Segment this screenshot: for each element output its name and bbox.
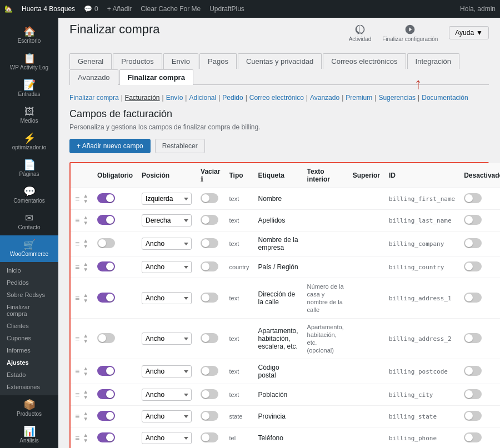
sort-down-0[interactable]: ▼: [83, 199, 88, 204]
posicion-select-3[interactable]: IzquierdaDerechaAncho: [142, 261, 192, 273]
subnav-envio[interactable]: Envío: [166, 94, 183, 102]
sidebar-item-entradas[interactable]: 📝 Entradas: [0, 75, 58, 102]
sort-down-6[interactable]: ▼: [83, 371, 88, 377]
obligatorio-toggle-5[interactable]: [97, 333, 115, 343]
obligatorio-toggle-0[interactable]: [97, 193, 115, 203]
tab-correos[interactable]: Correos electrónicos: [323, 53, 406, 69]
desactivado-toggle-2[interactable]: [464, 238, 482, 248]
add-field-button[interactable]: + Añadir nuevo campo: [69, 139, 151, 153]
sidebar-item-contacto[interactable]: ✉ Contacto: [0, 209, 58, 235]
obligatorio-toggle-1[interactable]: [97, 215, 115, 225]
activity-button[interactable]: Actividad: [349, 24, 372, 42]
tab-productos[interactable]: Productos: [113, 53, 162, 69]
sort-down-7[interactable]: ▼: [83, 395, 88, 400]
submenu-pedidos[interactable]: Pedidos: [0, 276, 58, 289]
submenu-clientes[interactable]: Clientes: [0, 320, 58, 332]
subnav-premium[interactable]: Premium: [346, 94, 372, 102]
sort-down-8[interactable]: ▼: [83, 416, 88, 422]
posicion-select-0[interactable]: IzquierdaDerechaAncho: [142, 193, 192, 205]
vaciar-toggle-5[interactable]: [201, 333, 218, 343]
sort-down-5[interactable]: ▼: [83, 339, 88, 344]
site-icon[interactable]: 🏡: [4, 5, 13, 13]
drag-handle[interactable]: ≡: [75, 194, 79, 203]
vaciar-toggle-6[interactable]: [201, 366, 218, 376]
submenu-cupones[interactable]: Cupones: [0, 332, 58, 344]
subnav-avanzado[interactable]: Avanzado: [310, 94, 339, 102]
sidebar-item-optimizador[interactable]: ⚡ optimizador.io: [0, 129, 58, 155]
obligatorio-toggle-4[interactable]: [97, 293, 115, 303]
submenu-extensiones[interactable]: Extensiones: [0, 381, 58, 393]
clear-cache-button[interactable]: Clear Cache For Me: [141, 5, 201, 13]
desactivado-toggle-0[interactable]: [464, 193, 482, 203]
vaciar-toggle-1[interactable]: [201, 215, 218, 225]
obligatorio-toggle-6[interactable]: [97, 366, 115, 376]
posicion-select-2[interactable]: IzquierdaDerechaAncho: [142, 238, 192, 250]
drag-handle[interactable]: ≡: [75, 334, 79, 343]
vaciar-toggle-0[interactable]: [201, 193, 218, 203]
desactivado-toggle-5[interactable]: [464, 333, 482, 343]
sidebar-item-comentarios[interactable]: 💬 Comentarios: [0, 182, 58, 209]
sidebar-item-activity-log[interactable]: 📋 WP Activity Log: [0, 49, 58, 75]
tab-general[interactable]: General: [69, 53, 112, 69]
subnav-sugerencias[interactable]: Sugerencias: [378, 94, 416, 102]
subnav-documentacion[interactable]: Documentación: [422, 94, 468, 102]
drag-handle[interactable]: ≡: [75, 216, 79, 225]
vaciar-toggle-7[interactable]: [201, 389, 218, 399]
drag-handle[interactable]: ≡: [75, 390, 79, 399]
comments-count[interactable]: 💬 0: [84, 5, 98, 13]
sidebar-item-paginas[interactable]: 📄 Páginas: [0, 155, 58, 182]
submenu-ajustes[interactable]: Ajustes: [0, 356, 58, 369]
posicion-select-7[interactable]: IzquierdaDerechaAncho: [142, 389, 192, 401]
subnav-facturacion[interactable]: Facturación: [125, 94, 160, 102]
sidebar-item-escritorio[interactable]: 🏠 Escritorio: [0, 22, 58, 49]
submenu-inicio[interactable]: Inicio: [0, 264, 58, 276]
sort-down-1[interactable]: ▼: [83, 220, 88, 226]
submenu-informes[interactable]: Informes: [0, 344, 58, 356]
desactivado-toggle-4[interactable]: [464, 293, 482, 303]
submenu-sobre-redsys[interactable]: Sobre Redsys: [0, 289, 58, 301]
posicion-select-9[interactable]: IzquierdaDerechaAncho: [142, 432, 192, 444]
subnav-correo-electronico[interactable]: Correo electrónico: [249, 94, 304, 102]
posicion-select-6[interactable]: IzquierdaDerechaAncho: [142, 365, 192, 377]
submenu-finalizar-compra[interactable]: Finalizar compra: [0, 301, 58, 320]
tab-cuentas-privacidad[interactable]: Cuentas y privacidad: [238, 53, 322, 69]
site-name-link[interactable]: Huerta 4 Bosques: [22, 5, 75, 13]
obligatorio-toggle-8[interactable]: [97, 411, 115, 421]
tab-integracion[interactable]: Integración: [407, 53, 459, 69]
subnav-adicional[interactable]: Adicional: [189, 94, 216, 102]
desactivado-toggle-7[interactable]: [464, 389, 482, 399]
vaciar-toggle-8[interactable]: [201, 411, 218, 421]
tab-avanzado[interactable]: Avanzado: [69, 69, 118, 85]
obligatorio-toggle-2[interactable]: [97, 238, 115, 248]
desactivado-toggle-1[interactable]: [464, 215, 482, 225]
sort-down-9[interactable]: ▼: [83, 438, 88, 444]
desactivado-toggle-9[interactable]: [464, 432, 482, 442]
vaciar-toggle-4[interactable]: [201, 293, 218, 303]
ayuda-button[interactable]: Ayuda ▼: [449, 26, 489, 39]
posicion-select-5[interactable]: IzquierdaDerechaAncho: [142, 333, 192, 345]
vaciar-toggle-3[interactable]: [201, 261, 218, 271]
sort-down-4[interactable]: ▼: [83, 298, 88, 304]
updraftplus-link[interactable]: UpdraftPlus: [209, 5, 244, 13]
drag-handle[interactable]: ≡: [75, 263, 79, 271]
obligatorio-toggle-7[interactable]: [97, 389, 115, 399]
desactivado-toggle-3[interactable]: [464, 261, 482, 271]
sidebar-item-medios[interactable]: 🖼 Medios: [0, 102, 58, 129]
posicion-select-4[interactable]: IzquierdaDerechaAncho: [142, 292, 192, 304]
subnav-finalizar-compra[interactable]: Finalizar compra: [69, 94, 119, 102]
desactivado-toggle-8[interactable]: [464, 411, 482, 421]
sort-down-3[interactable]: ▼: [83, 267, 88, 273]
sidebar-item-woocommerce[interactable]: 🛒 WooCommerce: [0, 235, 58, 262]
tab-finalizar-compra[interactable]: Finalizar compra: [119, 69, 193, 85]
add-new-button[interactable]: + Añadir: [107, 5, 132, 13]
submenu-estado[interactable]: Estado: [0, 369, 58, 381]
obligatorio-toggle-3[interactable]: [97, 261, 115, 271]
drag-handle[interactable]: ≡: [75, 434, 79, 442]
vaciar-info-icon[interactable]: ℹ: [201, 175, 203, 183]
vaciar-toggle-2[interactable]: [201, 238, 218, 248]
sidebar-item-analisis[interactable]: 📊 Análisis: [0, 422, 58, 448]
posicion-select-1[interactable]: IzquierdaDerechaAncho: [142, 214, 192, 226]
drag-handle[interactable]: ≡: [75, 367, 79, 376]
restore-button[interactable]: Restablecer: [155, 139, 205, 153]
sort-down-2[interactable]: ▼: [83, 244, 88, 249]
